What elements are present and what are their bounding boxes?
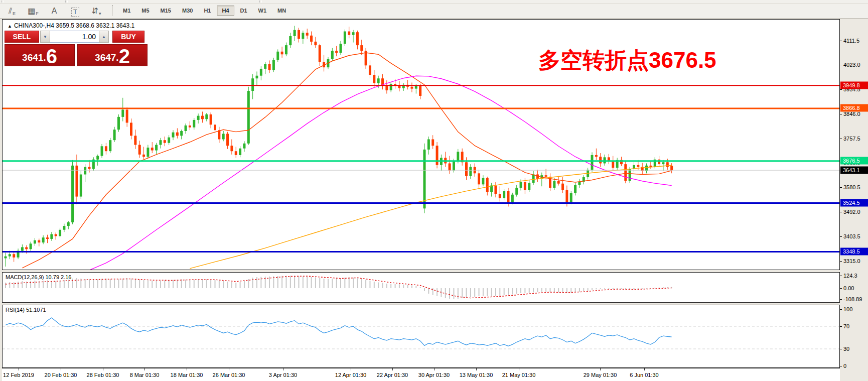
toolbar: ⫽E▦FAT⇵▾ M1M5M15M30H1H4D1W1MN xyxy=(0,0,868,19)
ma-slow xyxy=(190,165,671,269)
date-tick xyxy=(61,368,61,370)
date-tick-label: 29 May 01:30 xyxy=(584,372,617,378)
sell-price-small: 3641. xyxy=(22,52,46,66)
sell-button[interactable]: SELL xyxy=(5,31,39,43)
timeframe-button-m5[interactable]: M5 xyxy=(136,6,154,16)
price-tick-label: 3757.5 xyxy=(843,136,860,142)
rsi-tick-label: 70 xyxy=(843,323,849,329)
text-tool-icon[interactable]: A xyxy=(45,5,63,17)
date-tick-label: 28 Feb 01:30 xyxy=(87,372,119,378)
rsi-tick xyxy=(840,309,842,310)
drawing-tools-group: ⫽E▦FAT⇵▾ xyxy=(3,5,108,17)
date-tick xyxy=(392,368,393,370)
price-tick xyxy=(840,41,842,41)
text-label-tool-icon[interactable]: T xyxy=(66,5,84,17)
macd-signal-line xyxy=(6,276,672,298)
ma-mid xyxy=(89,76,672,270)
toolbar-grip[interactable] xyxy=(65,1,68,3)
date-tick-label: 12 Apr 01:30 xyxy=(335,372,366,378)
buy-price-big: 2 xyxy=(119,47,130,66)
trade-row-prices: 3641. 6 3647. 2 xyxy=(5,44,148,66)
main-chart-panel[interactable]: ▲CHINA300-,H4 3659.5 3668.6 3632.1 3643.… xyxy=(2,19,840,270)
timeframe-button-w1[interactable]: W1 xyxy=(253,6,272,16)
arrows-tool-icon: ⇵ xyxy=(92,6,98,17)
buy-price-small: 3647. xyxy=(95,52,119,66)
macd-axis[interactable]: 124.30.00-108.89 xyxy=(840,272,868,303)
date-tick-label: 26 Mar 01:30 xyxy=(213,372,245,378)
date-tick-label: 3 Apr 01:30 xyxy=(269,372,297,378)
date-tick-label: 22 Apr 01:30 xyxy=(377,372,408,378)
rsi-tick-label: 100 xyxy=(843,306,852,312)
toolbar-row: ⫽E▦FAT⇵▾ M1M5M15M30H1H4D1W1MN xyxy=(3,4,292,18)
date-tick xyxy=(644,368,645,370)
rsi-panel[interactable]: RSI(14) 51.1071 xyxy=(2,305,840,368)
rsi-tick xyxy=(840,326,842,327)
rsi-axis[interactable]: 10070300 xyxy=(840,305,868,368)
buy-button[interactable]: BUY xyxy=(112,31,144,43)
price-tick-label: 3492.0 xyxy=(843,209,860,215)
price-line-badge: 3524.5 xyxy=(840,199,868,207)
date-axis[interactable]: 12 Feb 201920 Feb 01:3028 Feb 01:308 Mar… xyxy=(2,368,840,381)
rsi-tick-label: 0 xyxy=(843,363,846,369)
price-tick xyxy=(840,139,842,139)
macd-tick xyxy=(840,299,842,300)
toolbar-grip[interactable] xyxy=(259,1,262,3)
date-tick-label: 30 Apr 01:30 xyxy=(418,372,450,378)
text-tool-icon: A xyxy=(52,6,57,17)
macd-panel[interactable]: MACD(12,26,9) 10.79 2.16 xyxy=(2,272,840,303)
price-axis[interactable]: 4111.54023.03934.53846.03757.53669.03580… xyxy=(840,19,868,270)
date-tick-label: 12 Feb 2019 xyxy=(3,372,34,378)
arrows-tool-icon[interactable]: ⇵▾ xyxy=(87,5,105,17)
timeframe-button-h4[interactable]: H4 xyxy=(217,6,234,16)
price-tick-label: 4023.0 xyxy=(843,62,860,68)
tool-subscript: ▾ xyxy=(99,11,101,17)
buy-price-tile[interactable]: 3647. 2 xyxy=(77,44,148,66)
timeframe-button-m15[interactable]: M15 xyxy=(156,6,176,16)
trade-row-buttons: SELL ▼ ▲ BUY xyxy=(5,31,148,43)
price-line-badge: 3949.8 xyxy=(840,81,868,89)
fibonacci-grid-tool-icon[interactable]: ▦F xyxy=(24,5,42,17)
timeframe-button-mn[interactable]: MN xyxy=(272,6,291,16)
equidistant-channel-tool-icon[interactable]: ⫽E xyxy=(3,5,21,17)
volume-increase-button[interactable]: ▲ xyxy=(99,31,109,43)
price-tick-label: 3580.5 xyxy=(843,184,860,190)
date-tick xyxy=(283,368,283,370)
date-tick xyxy=(519,368,519,370)
rsi-tick xyxy=(840,349,842,349)
timeframe-button-m1[interactable]: M1 xyxy=(118,6,135,16)
toolbar-grip[interactable] xyxy=(2,1,4,3)
one-click-trade-widget: SELL ▼ ▲ BUY 3641. 6 3647. 2 xyxy=(5,31,148,66)
macd-label: MACD(12,26,9) 10.79 2.16 xyxy=(6,274,71,280)
sell-price-tile[interactable]: 3641. 6 xyxy=(5,44,75,66)
macd-tick xyxy=(840,276,842,276)
price-tick-label: 4111.5 xyxy=(843,38,859,44)
date-tick-label: 13 May 01:30 xyxy=(460,372,493,378)
timeframe-button-d1[interactable]: D1 xyxy=(235,6,252,16)
rsi-chart[interactable] xyxy=(3,305,839,367)
price-tick xyxy=(840,236,842,237)
price-line-badge: 3643.1 xyxy=(840,166,868,174)
price-tick xyxy=(840,114,842,114)
timeframe-button-m30[interactable]: M30 xyxy=(177,6,198,16)
date-tick xyxy=(600,368,601,370)
tool-subscript: E xyxy=(13,11,16,17)
volume-decrease-button[interactable]: ▼ xyxy=(40,31,50,43)
price-tick xyxy=(840,65,842,65)
price-tick xyxy=(840,89,842,90)
price-tick-label: 3403.5 xyxy=(843,233,860,239)
price-line-badge: 3866.8 xyxy=(840,104,868,112)
timeframe-button-h1[interactable]: H1 xyxy=(199,6,216,16)
macd-tick xyxy=(840,288,842,289)
macd-tick-label: -108.89 xyxy=(843,296,862,302)
price-line-badge: 3676.5 xyxy=(840,157,868,165)
volume-input[interactable] xyxy=(50,31,99,43)
rsi-line xyxy=(6,318,672,346)
macd-chart[interactable] xyxy=(3,273,839,302)
date-tick-label: 6 Jun 01:30 xyxy=(630,372,659,378)
collapse-icon[interactable]: ▲ xyxy=(8,24,12,29)
date-tick xyxy=(229,368,229,370)
date-tick xyxy=(351,368,351,370)
date-tick-label: 21 May 01:30 xyxy=(502,372,536,378)
date-tick xyxy=(103,368,103,370)
macd-tick-label: 0.00 xyxy=(843,285,854,291)
